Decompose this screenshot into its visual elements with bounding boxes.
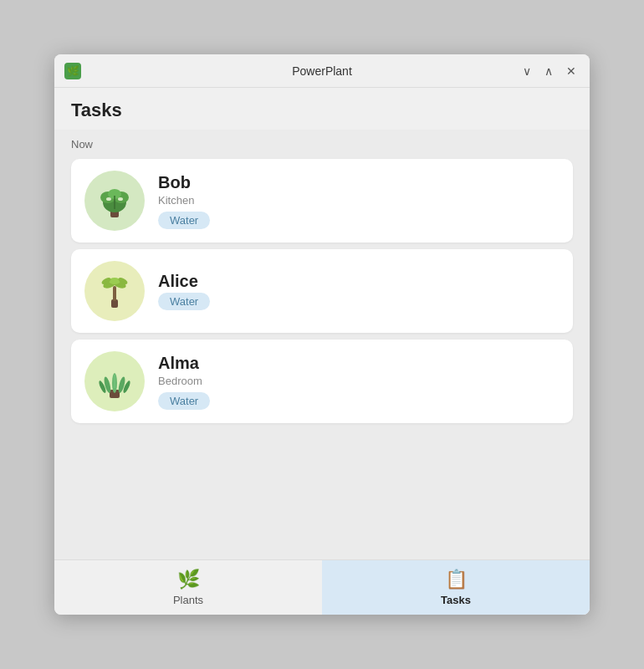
- title-bar-left: 🌿: [64, 63, 81, 79]
- page-title: Tasks: [71, 100, 573, 121]
- main-content: Now Bob Kitchen: [54, 130, 590, 559]
- tasks-nav-label: Tasks: [441, 594, 471, 606]
- svg-point-6: [106, 197, 111, 201]
- plant-info-bob: Bob Kitchen Water: [158, 173, 560, 229]
- water-badge-alice[interactable]: Water: [158, 293, 210, 310]
- plants-nav-icon: 🌿: [177, 569, 200, 590]
- svg-point-7: [118, 197, 123, 201]
- plant-card-alma[interactable]: Alma Bedroom Water: [71, 340, 573, 423]
- plants-nav-label: Plants: [173, 594, 203, 606]
- title-bar: 🌿 PowerPlant ∨ ∧ ✕: [54, 54, 590, 88]
- nav-item-tasks[interactable]: 📋 Tasks: [322, 560, 590, 615]
- tasks-nav-icon: 📋: [445, 569, 468, 590]
- plant-name-bob: Bob: [158, 173, 560, 192]
- plant-info-alma: Alma Bedroom Water: [158, 354, 560, 410]
- plant-name-alma: Alma: [158, 354, 560, 373]
- plant-card-bob[interactable]: Bob Kitchen Water: [71, 159, 573, 243]
- water-badge-bob[interactable]: Water: [158, 212, 210, 229]
- minimize-button[interactable]: ∨: [519, 63, 534, 79]
- water-badge-alma[interactable]: Water: [158, 392, 210, 410]
- plant-info-alice: Alice Water: [158, 272, 560, 310]
- plant-location-bob: Kitchen: [158, 194, 560, 207]
- window-title: PowerPlant: [292, 64, 352, 78]
- page-header: Tasks: [54, 88, 590, 130]
- close-button[interactable]: ✕: [563, 63, 580, 79]
- plant-name-alice: Alice: [158, 272, 560, 291]
- plant-avatar-alice: [84, 261, 145, 321]
- bottom-nav: 🌿 Plants 📋 Tasks: [54, 559, 590, 615]
- window-controls: ∨ ∧ ✕: [519, 63, 580, 79]
- nav-item-plants[interactable]: 🌿 Plants: [54, 560, 322, 615]
- svg-rect-9: [113, 286, 116, 301]
- section-label: Now: [71, 138, 573, 151]
- plant-avatar-bob: [84, 171, 145, 231]
- plant-location-alma: Bedroom: [158, 375, 560, 387]
- plant-avatar-alma: [84, 351, 145, 411]
- app-window: 🌿 PowerPlant ∨ ∧ ✕ Tasks Now: [54, 54, 590, 615]
- app-icon: 🌿: [64, 63, 81, 79]
- maximize-button[interactable]: ∧: [541, 63, 556, 79]
- plant-card-alice[interactable]: Alice Water: [71, 249, 573, 333]
